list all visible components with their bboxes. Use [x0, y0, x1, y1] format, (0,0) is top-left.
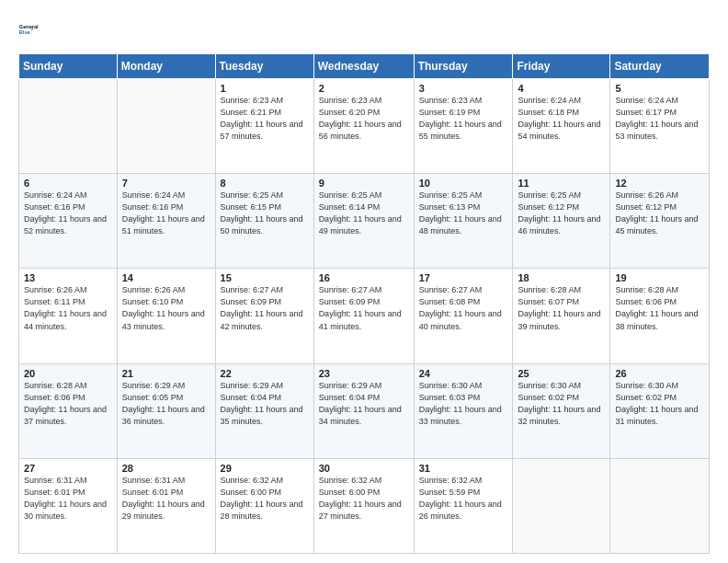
calendar-cell: 26Sunrise: 6:30 AMSunset: 6:02 PMDayligh…: [610, 363, 710, 458]
day-info: Sunrise: 6:23 AMSunset: 6:21 PMDaylight:…: [221, 95, 309, 143]
calendar-cell: 13Sunrise: 6:26 AMSunset: 6:11 PMDayligh…: [19, 269, 118, 363]
calendar-cell: 28Sunrise: 6:31 AMSunset: 6:01 PMDayligh…: [117, 458, 215, 553]
calendar-cell: 19Sunrise: 6:28 AMSunset: 6:06 PMDayligh…: [610, 269, 710, 363]
day-number: 29: [221, 463, 309, 474]
day-number: 1: [221, 83, 309, 94]
calendar-cell: 22Sunrise: 6:29 AMSunset: 6:04 PMDayligh…: [215, 363, 313, 458]
page-header: General Blue: [18, 15, 710, 44]
day-number: 10: [419, 178, 508, 189]
calendar-cell: 9Sunrise: 6:25 AMSunset: 6:14 PMDaylight…: [313, 174, 414, 269]
day-info: Sunrise: 6:30 AMSunset: 6:02 PMDaylight:…: [518, 380, 605, 428]
calendar-cell: 11Sunrise: 6:25 AMSunset: 6:12 PMDayligh…: [513, 174, 610, 269]
day-number: 25: [518, 368, 605, 379]
day-number: 24: [419, 368, 508, 379]
day-number: 26: [615, 368, 704, 379]
day-number: 30: [319, 463, 409, 474]
day-number: 28: [122, 463, 210, 474]
day-info: Sunrise: 6:24 AMSunset: 6:16 PMDaylight:…: [24, 190, 112, 237]
calendar-cell: [117, 79, 215, 174]
day-info: Sunrise: 6:27 AMSunset: 6:08 PMDaylight:…: [419, 284, 508, 332]
calendar-cell: 3Sunrise: 6:23 AMSunset: 6:19 PMDaylight…: [414, 79, 513, 174]
day-info: Sunrise: 6:32 AMSunset: 6:00 PMDaylight:…: [221, 475, 309, 523]
calendar-header-row: SundayMondayTuesdayWednesdayThursdayFrid…: [19, 54, 710, 79]
day-number: 21: [122, 368, 210, 379]
calendar-cell: 6Sunrise: 6:24 AMSunset: 6:16 PMDaylight…: [19, 174, 118, 269]
day-info: Sunrise: 6:25 AMSunset: 6:14 PMDaylight:…: [319, 190, 409, 237]
calendar-cell: 1Sunrise: 6:23 AMSunset: 6:21 PMDaylight…: [215, 79, 313, 174]
day-info: Sunrise: 6:32 AMSunset: 5:59 PMDaylight:…: [419, 475, 508, 523]
svg-text:Blue: Blue: [19, 29, 30, 35]
day-info: Sunrise: 6:25 AMSunset: 6:12 PMDaylight:…: [518, 190, 605, 237]
day-info: Sunrise: 6:28 AMSunset: 6:07 PMDaylight:…: [518, 284, 605, 332]
day-number: 9: [319, 178, 409, 189]
calendar-cell: 27Sunrise: 6:31 AMSunset: 6:01 PMDayligh…: [19, 458, 118, 553]
calendar-cell: 5Sunrise: 6:24 AMSunset: 6:17 PMDaylight…: [610, 79, 710, 174]
day-number: 16: [319, 272, 409, 283]
calendar-cell: 18Sunrise: 6:28 AMSunset: 6:07 PMDayligh…: [513, 269, 610, 363]
calendar-week-row: 13Sunrise: 6:26 AMSunset: 6:11 PMDayligh…: [19, 269, 710, 363]
calendar-cell: 2Sunrise: 6:23 AMSunset: 6:20 PMDaylight…: [313, 79, 414, 174]
day-number: 23: [319, 368, 409, 379]
day-number: 8: [221, 178, 309, 189]
calendar-cell: 30Sunrise: 6:32 AMSunset: 6:00 PMDayligh…: [313, 458, 414, 553]
day-number: 5: [615, 83, 704, 94]
svg-text:General: General: [19, 24, 39, 29]
day-number: 2: [319, 83, 409, 94]
day-number: 13: [24, 272, 112, 283]
calendar-week-row: 27Sunrise: 6:31 AMSunset: 6:01 PMDayligh…: [19, 458, 710, 553]
day-number: 7: [122, 178, 210, 189]
day-number: 3: [419, 83, 508, 94]
col-header-thursday: Thursday: [414, 54, 513, 79]
day-info: Sunrise: 6:26 AMSunset: 6:11 PMDaylight:…: [24, 284, 112, 332]
day-info: Sunrise: 6:27 AMSunset: 6:09 PMDaylight:…: [319, 284, 409, 332]
day-number: 22: [221, 368, 309, 379]
day-info: Sunrise: 6:26 AMSunset: 6:10 PMDaylight:…: [122, 284, 210, 332]
calendar-cell: 8Sunrise: 6:25 AMSunset: 6:15 PMDaylight…: [215, 174, 313, 269]
day-number: 6: [24, 178, 112, 189]
logo-icon: General Blue: [18, 15, 48, 44]
day-info: Sunrise: 6:29 AMSunset: 6:04 PMDaylight:…: [221, 380, 309, 428]
day-number: 19: [615, 272, 704, 283]
day-number: 18: [518, 272, 605, 283]
day-info: Sunrise: 6:30 AMSunset: 6:03 PMDaylight:…: [419, 380, 508, 428]
calendar-week-row: 1Sunrise: 6:23 AMSunset: 6:21 PMDaylight…: [19, 79, 710, 174]
day-info: Sunrise: 6:29 AMSunset: 6:04 PMDaylight:…: [319, 380, 409, 428]
calendar-cell: 14Sunrise: 6:26 AMSunset: 6:10 PMDayligh…: [117, 269, 215, 363]
calendar-cell: [610, 458, 710, 553]
day-info: Sunrise: 6:28 AMSunset: 6:06 PMDaylight:…: [24, 380, 112, 428]
calendar-cell: 17Sunrise: 6:27 AMSunset: 6:08 PMDayligh…: [414, 269, 513, 363]
day-info: Sunrise: 6:23 AMSunset: 6:20 PMDaylight:…: [319, 95, 409, 143]
calendar-cell: [19, 79, 118, 174]
day-number: 15: [221, 272, 309, 283]
day-number: 14: [122, 272, 210, 283]
logo: General Blue: [18, 15, 48, 44]
day-number: 4: [518, 83, 605, 94]
col-header-wednesday: Wednesday: [313, 54, 414, 79]
calendar-table: SundayMondayTuesdayWednesdayThursdayFrid…: [18, 53, 710, 554]
day-info: Sunrise: 6:32 AMSunset: 6:00 PMDaylight:…: [319, 475, 409, 523]
day-info: Sunrise: 6:30 AMSunset: 6:02 PMDaylight:…: [615, 380, 704, 428]
col-header-sunday: Sunday: [19, 54, 118, 79]
day-info: Sunrise: 6:23 AMSunset: 6:19 PMDaylight:…: [419, 95, 508, 143]
calendar-cell: 4Sunrise: 6:24 AMSunset: 6:18 PMDaylight…: [513, 79, 610, 174]
calendar-cell: 10Sunrise: 6:25 AMSunset: 6:13 PMDayligh…: [414, 174, 513, 269]
day-info: Sunrise: 6:25 AMSunset: 6:15 PMDaylight:…: [221, 190, 309, 237]
calendar-cell: 24Sunrise: 6:30 AMSunset: 6:03 PMDayligh…: [414, 363, 513, 458]
day-info: Sunrise: 6:24 AMSunset: 6:17 PMDaylight:…: [615, 95, 704, 143]
calendar-cell: [513, 458, 610, 553]
col-header-monday: Monday: [117, 54, 215, 79]
day-info: Sunrise: 6:28 AMSunset: 6:06 PMDaylight:…: [615, 284, 704, 332]
day-info: Sunrise: 6:26 AMSunset: 6:12 PMDaylight:…: [615, 190, 704, 237]
calendar-cell: 16Sunrise: 6:27 AMSunset: 6:09 PMDayligh…: [313, 269, 414, 363]
day-number: 27: [24, 463, 112, 474]
calendar-cell: 21Sunrise: 6:29 AMSunset: 6:05 PMDayligh…: [117, 363, 215, 458]
calendar-cell: 29Sunrise: 6:32 AMSunset: 6:00 PMDayligh…: [215, 458, 313, 553]
day-number: 12: [615, 178, 704, 189]
day-info: Sunrise: 6:31 AMSunset: 6:01 PMDaylight:…: [122, 475, 210, 523]
day-number: 17: [419, 272, 508, 283]
calendar-cell: 15Sunrise: 6:27 AMSunset: 6:09 PMDayligh…: [215, 269, 313, 363]
day-info: Sunrise: 6:29 AMSunset: 6:05 PMDaylight:…: [122, 380, 210, 428]
day-info: Sunrise: 6:24 AMSunset: 6:18 PMDaylight:…: [518, 95, 605, 143]
day-number: 20: [24, 368, 112, 379]
day-info: Sunrise: 6:31 AMSunset: 6:01 PMDaylight:…: [24, 475, 112, 523]
